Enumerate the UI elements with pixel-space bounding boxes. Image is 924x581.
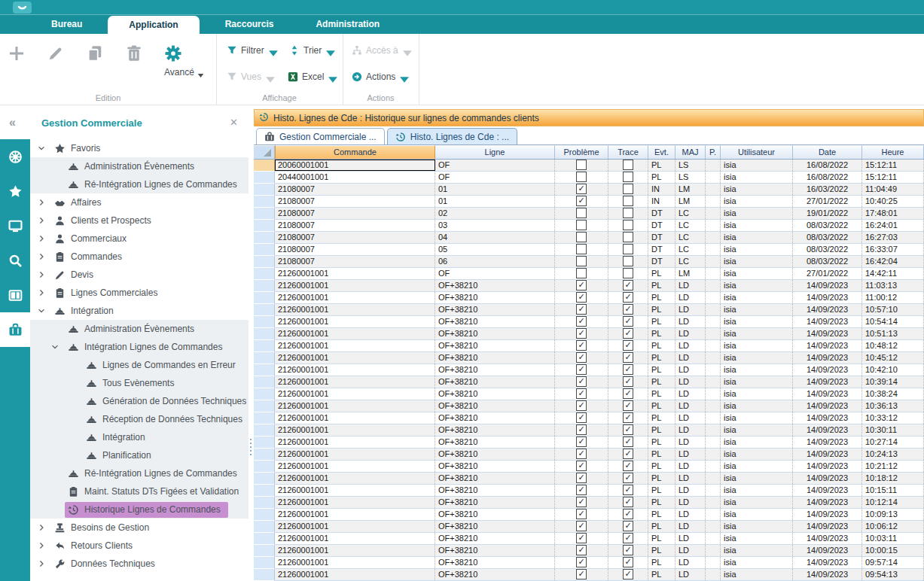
checkbox-checked[interactable]: ✓: [576, 400, 587, 411]
checkbox-checked[interactable]: ✓: [623, 485, 633, 495]
cell-heure[interactable]: 10:00:15: [862, 545, 924, 556]
cell-heure[interactable]: 10:38:24: [862, 388, 924, 400]
cell-maj[interactable]: LS: [675, 160, 706, 171]
cell-trace[interactable]: ✓: [608, 352, 648, 364]
checkbox-checked[interactable]: ✓: [576, 292, 587, 303]
checkbox-checked[interactable]: ✓: [576, 316, 587, 327]
cell-probleme[interactable]: [555, 244, 608, 255]
cell-p[interactable]: [706, 364, 721, 376]
cell-trace[interactable]: ✓: [608, 400, 648, 412]
cell-commande[interactable]: 21260001001: [275, 412, 435, 424]
cell-ligne[interactable]: 02: [435, 208, 555, 219]
cell-evt[interactable]: DT: [648, 208, 675, 219]
cell-utilisateur[interactable]: isia: [721, 268, 793, 279]
chevron-right-icon[interactable]: [38, 560, 51, 567]
cell-ligne[interactable]: OF+38210: [435, 352, 555, 364]
cell-commande[interactable]: 21080007: [275, 196, 435, 207]
cell-p[interactable]: [706, 485, 721, 496]
cell-trace[interactable]: [608, 268, 648, 279]
cell-date[interactable]: 14/09/2023: [793, 557, 862, 568]
cell-heure[interactable]: 10:51:13: [862, 328, 924, 339]
close-sidebar-button[interactable]: ✕: [230, 117, 238, 128]
cell-ligne[interactable]: OF: [435, 160, 555, 171]
cell-trace[interactable]: ✓: [608, 497, 648, 508]
cell-trace[interactable]: ✓: [608, 557, 648, 568]
cell-p[interactable]: [706, 304, 721, 315]
checkbox-checked[interactable]: ✓: [623, 340, 633, 351]
cell-utilisateur[interactable]: isia: [721, 473, 793, 484]
tree-item-retours-clients[interactable]: Retours Clients: [30, 537, 249, 555]
row-selector[interactable]: [254, 232, 275, 244]
tree-item-administration-evenements[interactable]: Administration Évènements: [30, 320, 249, 338]
cell-probleme[interactable]: ✓: [555, 376, 608, 388]
cell-maj[interactable]: LD: [675, 304, 706, 315]
cell-utilisateur[interactable]: isia: [721, 533, 793, 544]
cell-maj[interactable]: LD: [675, 557, 706, 568]
tree-item-devis[interactable]: Devis: [30, 266, 249, 284]
checkbox-checked[interactable]: ✓: [623, 521, 633, 531]
document-tab-histo-lignes-de-cde[interactable]: Histo. Lignes de Cde : ...: [387, 128, 517, 144]
cell-heure[interactable]: 09:54:13: [862, 569, 924, 580]
cell-ligne[interactable]: OF+38210: [435, 437, 555, 448]
cell-utilisateur[interactable]: isia: [721, 352, 793, 364]
cell-date[interactable]: 14/09/2023: [793, 449, 862, 460]
checkbox-checked[interactable]: ✓: [576, 461, 587, 471]
cell-heure[interactable]: 14:42:11: [862, 268, 924, 279]
row-selector[interactable]: [254, 292, 275, 304]
cell-p[interactable]: [706, 424, 721, 436]
cell-evt[interactable]: PL: [648, 509, 675, 520]
row-selector[interactable]: [254, 400, 275, 412]
cell-probleme[interactable]: ✓: [555, 424, 608, 436]
checkbox-unchecked[interactable]: [576, 268, 587, 278]
cell-ligne[interactable]: OF: [435, 268, 555, 279]
cell-utilisateur[interactable]: isia: [721, 545, 793, 556]
cell-date[interactable]: 16/08/2022: [793, 160, 862, 171]
cell-date[interactable]: 27/01/2022: [793, 196, 862, 207]
cell-evt[interactable]: PL: [648, 424, 675, 436]
cell-ligne[interactable]: 01: [435, 196, 555, 207]
cell-ligne[interactable]: OF+38210: [435, 400, 555, 412]
cell-heure[interactable]: 10:03:11: [862, 533, 924, 544]
cell-ligne[interactable]: OF+38210: [435, 424, 555, 436]
cell-commande[interactable]: 21260001001: [275, 268, 435, 279]
checkbox-checked[interactable]: ✓: [623, 449, 633, 459]
cell-date[interactable]: 14/09/2023: [793, 340, 862, 351]
cell-maj[interactable]: LD: [675, 449, 706, 460]
cell-heure[interactable]: 10:15:11: [862, 485, 924, 496]
views-button[interactable]: Vues: [227, 71, 272, 82]
tree-item-clients-et-prospects[interactable]: Clients et Prospects: [30, 211, 249, 230]
cell-ligne[interactable]: OF+38210: [435, 412, 555, 424]
cell-maj[interactable]: LD: [675, 545, 706, 556]
cell-p[interactable]: [706, 232, 721, 243]
row-selector[interactable]: [254, 304, 275, 316]
cell-probleme[interactable]: ✓: [555, 473, 608, 484]
checkbox-checked[interactable]: ✓: [576, 280, 587, 290]
row-selector[interactable]: [254, 449, 275, 461]
cell-trace[interactable]: ✓: [608, 424, 648, 436]
checkbox-unchecked[interactable]: [623, 268, 633, 278]
cell-ligne[interactable]: OF+38210: [435, 292, 555, 303]
cell-date[interactable]: 14/09/2023: [793, 328, 862, 339]
tree-item-lignes-commerciales[interactable]: Lignes Commerciales: [30, 284, 249, 302]
cell-date[interactable]: 16/03/2022: [793, 184, 862, 195]
cell-trace[interactable]: ✓: [608, 364, 648, 376]
checkbox-unchecked[interactable]: [623, 160, 633, 170]
cell-commande[interactable]: 21260001001: [275, 340, 435, 351]
cell-trace[interactable]: ✓: [608, 304, 648, 315]
chevron-right-icon[interactable]: [38, 199, 51, 206]
row-selector[interactable]: [254, 256, 275, 268]
delete-button[interactable]: [124, 43, 145, 64]
tree-item-integration[interactable]: Intégration: [30, 302, 249, 320]
checkbox-checked[interactable]: ✓: [623, 557, 633, 567]
cell-utilisateur[interactable]: isia: [721, 424, 793, 436]
cell-trace[interactable]: ✓: [608, 340, 648, 351]
cell-ligne[interactable]: OF+38210: [435, 376, 555, 388]
cell-trace[interactable]: [608, 220, 648, 231]
cell-ligne[interactable]: 05: [435, 244, 555, 255]
cell-heure[interactable]: 11:03:13: [862, 280, 924, 291]
cell-trace[interactable]: ✓: [608, 280, 648, 291]
cell-trace[interactable]: ✓: [608, 316, 648, 327]
row-selector[interactable]: [254, 473, 275, 485]
checkbox-checked[interactable]: ✓: [623, 376, 633, 387]
chevron-right-icon[interactable]: [38, 271, 51, 278]
